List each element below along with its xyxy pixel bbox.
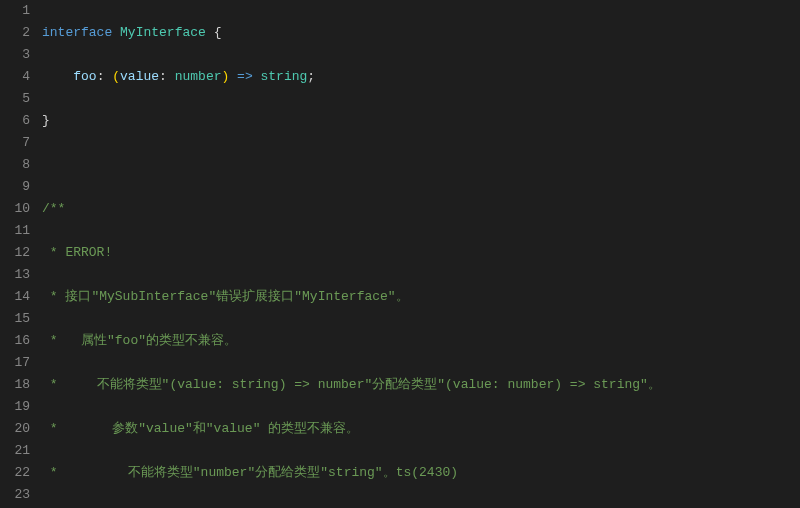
property-name: foo	[73, 69, 96, 84]
comment-text: * 接口"MySubInterface"错误扩展接口"MyInterface"。	[42, 289, 409, 304]
line-number: 3	[0, 44, 30, 66]
line-number: 22	[0, 462, 30, 484]
code-line: interface MyInterface {	[42, 22, 800, 44]
comment-text: * 不能将类型"number"分配给类型"string"。ts(2430)	[42, 465, 458, 480]
comment-line: * 参数"value"和"value" 的类型不兼容。	[42, 418, 800, 440]
comment-line: * 属性"foo"的类型不兼容。	[42, 330, 800, 352]
line-number: 5	[0, 88, 30, 110]
comment-open: /**	[42, 201, 65, 216]
line-number: 12	[0, 242, 30, 264]
paren-open: (	[112, 69, 120, 84]
line-number: 16	[0, 330, 30, 352]
line-number: 20	[0, 418, 30, 440]
comment-line: /**	[42, 198, 800, 220]
line-number: 10	[0, 198, 30, 220]
line-number: 23	[0, 484, 30, 506]
line-number: 21	[0, 440, 30, 462]
line-number: 1	[0, 0, 30, 22]
comment-line: * 不能将类型"number"分配给类型"string"。ts(2430)	[42, 462, 800, 484]
line-number: 8	[0, 154, 30, 176]
line-number: 18	[0, 374, 30, 396]
code-editor[interactable]: interface MyInterface { foo: (value: num…	[42, 0, 800, 508]
code-line: foo: (value: number) => string;	[42, 66, 800, 88]
type-number: number	[175, 69, 222, 84]
colon: :	[97, 69, 113, 84]
type-name: MyInterface	[120, 25, 206, 40]
line-number: 14	[0, 286, 30, 308]
comment-text: * 不能将类型"(value: string) => number"分配给类型"…	[42, 377, 661, 392]
semicolon: ;	[307, 69, 315, 84]
keyword-interface: interface	[42, 25, 112, 40]
indent	[42, 69, 73, 84]
line-number: 9	[0, 176, 30, 198]
comment-text: * 参数"value"和"value" 的类型不兼容。	[42, 421, 359, 436]
line-number: 2	[0, 22, 30, 44]
line-number: 15	[0, 308, 30, 330]
code-line-empty	[42, 154, 800, 176]
line-number-gutter: 1 2 3 4 5 6 7 8 9 10 11 12 13 14 15 16 1…	[0, 0, 42, 508]
colon: :	[159, 69, 175, 84]
line-number: 17	[0, 352, 30, 374]
type-string: string	[261, 69, 308, 84]
line-number: 13	[0, 264, 30, 286]
comment-line: * 接口"MySubInterface"错误扩展接口"MyInterface"。	[42, 286, 800, 308]
brace-close: }	[42, 113, 50, 128]
comment-line: * 不能将类型"(value: string) => number"分配给类型"…	[42, 374, 800, 396]
comment-line: * ERROR!	[42, 242, 800, 264]
param-name: value	[120, 69, 159, 84]
line-number: 11	[0, 220, 30, 242]
arrow: =>	[229, 69, 260, 84]
line-number: 4	[0, 66, 30, 88]
brace-open: {	[206, 25, 222, 40]
comment-text: * 属性"foo"的类型不兼容。	[42, 333, 237, 348]
comment-text: * ERROR!	[42, 245, 112, 260]
line-number: 7	[0, 132, 30, 154]
line-number: 19	[0, 396, 30, 418]
code-line: }	[42, 110, 800, 132]
line-number: 6	[0, 110, 30, 132]
